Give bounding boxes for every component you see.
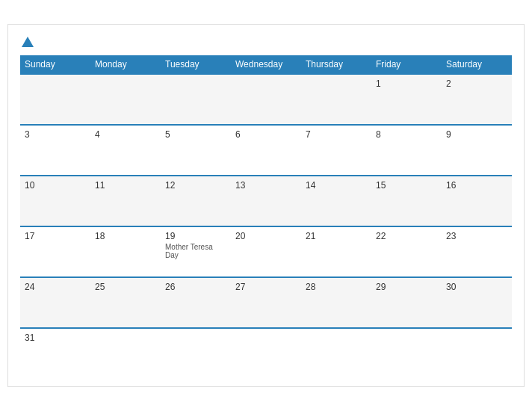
calendar-day-cell: 16 [442,176,512,226]
day-number: 12 [165,180,226,191]
calendar-day-cell: 21 [301,226,371,277]
calendar-day-cell: 8 [371,125,442,176]
holiday-label: Mother Teresa Day [165,243,226,259]
calendar-tbody: 12345678910111213141516171819Mother Tere… [20,74,512,379]
calendar-wrapper: SundayMondayTuesdayWednesdayThursdayFrid… [7,24,525,387]
calendar-day-cell: 5 [161,125,231,176]
day-number: 18 [95,231,156,241]
day-number: 27 [235,282,297,292]
day-number: 20 [235,231,297,241]
calendar-day-cell: 15 [371,176,442,226]
day-number: 24 [25,282,86,292]
calendar-day-cell [301,328,371,379]
calendar-week-row: 3456789 [20,125,512,176]
day-number: 30 [446,282,507,292]
calendar-day-cell [301,74,371,125]
calendar-day-cell: 12 [161,176,231,226]
calendar-day-cell: 17 [20,226,90,277]
calendar-thead: SundayMondayTuesdayWednesdayThursdayFrid… [20,55,512,74]
calendar-day-cell: 18 [90,226,161,277]
logo-blue-text [20,37,34,48]
calendar-day-cell: 6 [231,125,301,176]
calendar-day-cell [20,74,90,125]
day-number: 14 [306,180,367,191]
weekday-header: Thursday [301,55,371,74]
calendar-week-row: 24252627282930 [20,277,512,328]
calendar-day-cell: 25 [90,277,161,328]
calendar-day-cell [442,328,512,379]
weekday-header-row: SundayMondayTuesdayWednesdayThursdayFrid… [20,55,512,74]
day-number: 29 [376,282,437,292]
logo [20,37,34,48]
calendar-day-cell: 27 [231,277,301,328]
day-number: 10 [25,180,86,191]
day-number: 16 [446,180,507,191]
calendar-day-cell: 30 [442,277,512,328]
calendar-day-cell: 1 [371,74,442,125]
calendar-day-cell: 7 [301,125,371,176]
calendar-day-cell [231,328,301,379]
calendar-day-cell [90,74,161,125]
calendar-day-cell [371,328,442,379]
calendar-day-cell: 31 [20,328,90,379]
weekday-header: Friday [371,55,442,74]
calendar-week-row: 171819Mother Teresa Day20212223 [20,226,512,277]
calendar-day-cell: 2 [442,74,512,125]
day-number: 3 [25,129,86,140]
logo-triangle-icon [22,37,34,47]
calendar-day-cell [231,74,301,125]
day-number: 28 [306,282,367,292]
calendar-header [20,37,512,48]
calendar-day-cell: 28 [301,277,371,328]
day-number: 5 [165,129,226,140]
calendar-grid: SundayMondayTuesdayWednesdayThursdayFrid… [20,55,512,379]
weekday-header: Wednesday [231,55,301,74]
day-number: 19 [165,231,226,241]
day-number: 31 [25,333,86,343]
day-number: 6 [235,129,297,140]
day-number: 7 [306,129,367,140]
calendar-day-cell [161,328,231,379]
calendar-week-row: 12 [20,74,512,125]
calendar-day-cell: 4 [90,125,161,176]
calendar-day-cell: 20 [231,226,301,277]
day-number: 9 [446,129,507,140]
calendar-day-cell: 13 [231,176,301,226]
day-number: 23 [446,231,507,241]
calendar-day-cell [161,74,231,125]
weekday-header: Sunday [20,55,90,74]
calendar-day-cell: 24 [20,277,90,328]
day-number: 2 [446,78,507,89]
calendar-week-row: 31 [20,328,512,379]
day-number: 22 [376,231,437,241]
calendar-day-cell: 22 [371,226,442,277]
calendar-day-cell: 14 [301,176,371,226]
day-number: 25 [95,282,156,292]
day-number: 17 [25,231,86,241]
calendar-day-cell: 29 [371,277,442,328]
weekday-header: Saturday [442,55,512,74]
weekday-header: Tuesday [161,55,231,74]
day-number: 11 [95,180,156,191]
calendar-day-cell: 11 [90,176,161,226]
day-number: 26 [165,282,226,292]
calendar-day-cell: 3 [20,125,90,176]
calendar-day-cell [90,328,161,379]
calendar-day-cell: 26 [161,277,231,328]
day-number: 21 [306,231,367,241]
calendar-day-cell: 10 [20,176,90,226]
calendar-day-cell: 19Mother Teresa Day [161,226,231,277]
weekday-header: Monday [90,55,161,74]
day-number: 13 [235,180,297,191]
calendar-day-cell: 9 [442,125,512,176]
day-number: 4 [95,129,156,140]
calendar-day-cell: 23 [442,226,512,277]
calendar-week-row: 10111213141516 [20,176,512,226]
day-number: 8 [376,129,437,140]
day-number: 15 [376,180,437,191]
day-number: 1 [376,78,437,89]
